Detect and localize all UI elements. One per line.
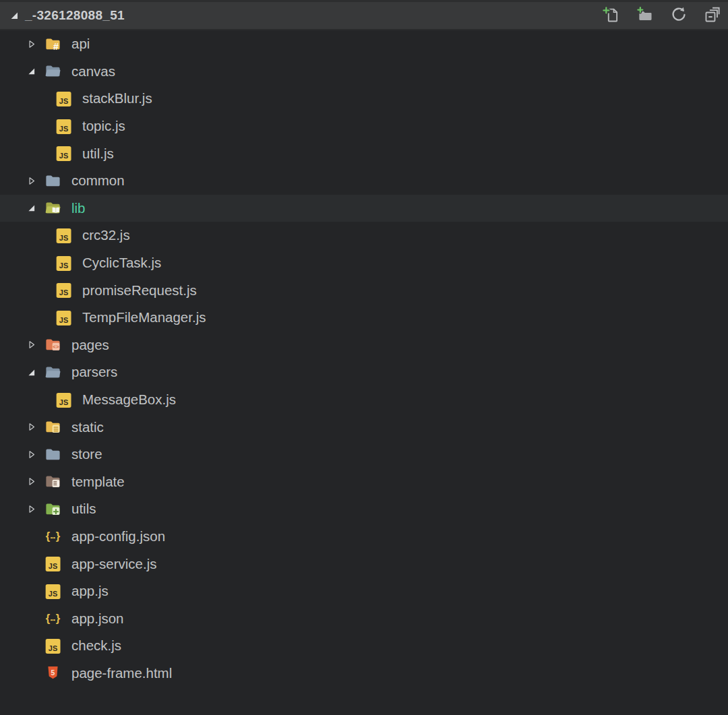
twisty-spacer — [36, 312, 47, 323]
pages-folder-icon: <> — [44, 336, 61, 353]
tree-item-label: CyclicTask.js — [82, 255, 161, 271]
tree-item-topic-js[interactable]: JStopic.js — [0, 113, 728, 140]
twisty-spacer — [36, 121, 47, 131]
expand-arrow-icon[interactable] — [26, 340, 36, 350]
tree-item-label: pages — [71, 337, 109, 353]
svg-text:#: # — [53, 41, 59, 52]
open-folder-icon — [44, 63, 61, 80]
tree-item-app-config-json[interactable]: {}app-config.json — [0, 523, 728, 551]
expand-arrow-icon[interactable] — [26, 449, 36, 460]
tree-item-messagebox-js[interactable]: JSMessageBox.js — [0, 386, 728, 414]
svg-text:JS: JS — [49, 589, 57, 597]
collapse-arrow-icon[interactable] — [26, 203, 36, 214]
panel-header[interactable]: _-326128088_51 — [0, 0, 728, 30]
panel-collapse-arrow-icon[interactable] — [9, 10, 20, 21]
tree-item-store[interactable]: store — [0, 441, 728, 468]
refresh-icon — [670, 6, 688, 26]
tree-item-api[interactable]: #api — [0, 30, 728, 58]
svg-text:<>: <> — [53, 344, 59, 350]
twisty-spacer — [26, 640, 36, 651]
twisty-spacer — [26, 586, 36, 596]
tree-item-label: parsers — [71, 364, 117, 380]
tree-item-util-js[interactable]: JSutil.js — [0, 139, 728, 167]
twisty-spacer — [26, 613, 36, 624]
js-file-icon: JS — [55, 145, 72, 162]
tree-item-label: util.js — [82, 146, 114, 162]
tree-item-tempfilemanager-js[interactable]: JSTempFileManager.js — [0, 304, 728, 332]
js-file-icon: JS — [44, 583, 61, 600]
tree-item-pages[interactable]: <>pages — [0, 332, 728, 359]
js-file-icon: JS — [55, 118, 72, 135]
svg-text:JS: JS — [59, 261, 68, 269]
collapse-arrow-icon[interactable] — [26, 367, 36, 377]
twisty-spacer — [36, 285, 47, 296]
svg-text:5: 5 — [51, 670, 55, 677]
refresh-button[interactable] — [670, 7, 688, 24]
js-file-icon: JS — [55, 282, 72, 299]
open-folder-icon — [44, 364, 61, 381]
tree-item-label: page-frame.html — [71, 665, 172, 681]
tree-item-crc32-js[interactable]: JScrc32.js — [0, 222, 728, 249]
tree-item-label: app.json — [71, 611, 124, 627]
template-folder-icon — [44, 473, 61, 490]
expand-arrow-icon[interactable] — [26, 175, 36, 186]
static-folder-icon — [44, 418, 61, 435]
tree-item-check-js[interactable]: JScheck.js — [0, 632, 728, 660]
svg-text:}: } — [56, 613, 61, 625]
tree-item-label: promiseRequest.js — [82, 282, 197, 299]
tree-item-app-json[interactable]: {}app.json — [0, 604, 728, 632]
svg-text:JS: JS — [59, 234, 68, 242]
json-file-icon: {} — [44, 610, 61, 627]
expand-arrow-icon[interactable] — [26, 38, 36, 49]
panel-toolbar — [603, 7, 721, 24]
add-folder-icon — [636, 6, 654, 26]
svg-text:JS: JS — [59, 315, 68, 323]
file-tree: #apicanvasJSstackBlur.jsJStopic.jsJSutil… — [0, 30, 728, 715]
js-file-icon: JS — [44, 638, 61, 654]
tree-item-label: static — [71, 419, 104, 435]
tree-item-canvas[interactable]: canvas — [0, 58, 728, 86]
folder-icon — [44, 446, 61, 463]
tree-item-label: TempFileManager.js — [82, 309, 206, 325]
twisty-spacer — [36, 394, 47, 405]
twisty-spacer — [36, 257, 47, 268]
js-file-icon: JS — [55, 392, 72, 408]
js-file-icon: JS — [55, 90, 72, 107]
json-file-icon: {} — [44, 528, 61, 545]
tree-item-utils[interactable]: utils — [0, 495, 728, 523]
tree-item-app-service-js[interactable]: JSapp-service.js — [0, 550, 728, 578]
svg-text:JS: JS — [59, 97, 68, 105]
tree-item-cyclictask-js[interactable]: JSCyclicTask.js — [0, 249, 728, 277]
tree-item-common[interactable]: common — [0, 167, 728, 195]
twisty-spacer — [36, 230, 47, 241]
tree-item-promiserequest-js[interactable]: JSpromiseRequest.js — [0, 276, 728, 304]
tree-item-label: crc32.js — [82, 227, 130, 243]
tree-item-label: app.js — [71, 583, 109, 599]
twisty-spacer — [26, 531, 36, 542]
tree-item-label: topic.js — [82, 118, 125, 134]
expand-arrow-icon[interactable] — [26, 422, 36, 433]
html-file-icon: 5 — [44, 664, 61, 681]
tree-item-label: stackBlur.js — [82, 90, 152, 106]
tree-item-app-js[interactable]: JSapp.js — [0, 578, 728, 605]
twisty-spacer — [36, 148, 47, 159]
js-file-icon: JS — [55, 227, 72, 244]
add-file-icon — [603, 6, 620, 26]
collapse-arrow-icon[interactable] — [26, 66, 36, 77]
tree-item-template[interactable]: template — [0, 468, 728, 496]
tree-item-label: api — [71, 36, 90, 52]
add-file-button[interactable] — [603, 7, 620, 24]
utils-folder-icon — [44, 501, 61, 518]
add-folder-button[interactable] — [636, 7, 654, 24]
expand-arrow-icon[interactable] — [26, 503, 36, 514]
tree-item-page-frame-html[interactable]: 5page-frame.html — [0, 660, 728, 687]
expand-arrow-icon[interactable] — [26, 476, 36, 487]
collapse-all-button[interactable] — [704, 7, 721, 24]
tree-item-label: common — [71, 173, 125, 189]
tree-item-stackblur-js[interactable]: JSstackBlur.js — [0, 85, 728, 113]
tree-item-static[interactable]: static — [0, 413, 728, 441]
tree-item-lib[interactable]: lib — [0, 195, 728, 222]
lib-folder-icon — [44, 199, 61, 216]
tree-item-parsers[interactable]: parsers — [0, 359, 728, 386]
svg-text:JS: JS — [59, 288, 68, 297]
